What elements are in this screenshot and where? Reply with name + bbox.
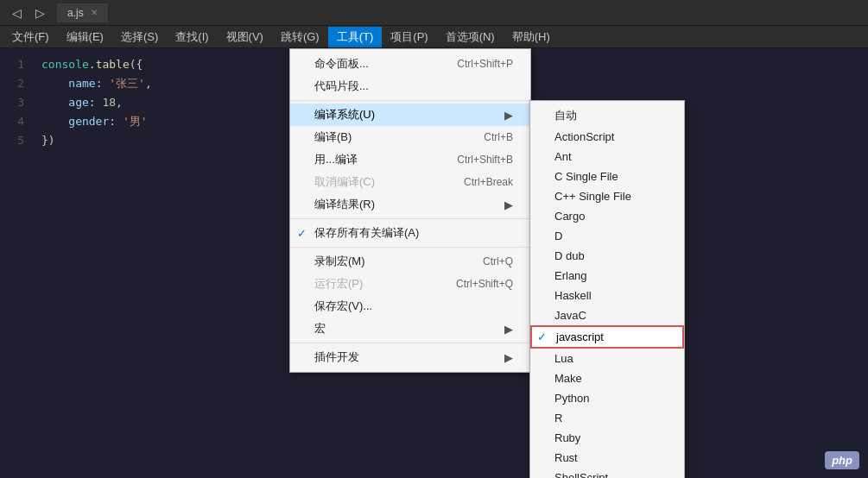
titlebar: ◁ ▷ a.js ✕ <box>0 0 868 26</box>
menu-view[interactable]: 视图(V) <box>218 27 272 47</box>
php-badge: php <box>825 451 859 469</box>
build-auto[interactable]: 自动 <box>530 104 684 127</box>
line-num: 1 <box>10 55 24 74</box>
divider-3 <box>290 247 530 248</box>
nav-prev-icon[interactable]: ◁ <box>7 4 27 22</box>
submenu-arrow-results-icon: ▶ <box>504 198 513 211</box>
build-lua[interactable]: Lua <box>530 349 684 368</box>
menu-select[interactable]: 选择(S) <box>112 27 167 47</box>
divider-4 <box>290 343 530 343</box>
menu-snippets[interactable]: 代码片段... <box>290 75 530 97</box>
menu-file[interactable]: 文件(F) <box>3 27 58 47</box>
build-shellscript[interactable]: ShellScript <box>530 468 684 478</box>
code-editor[interactable]: console.table({ name: '张三', age: 18, gen… <box>31 48 162 478</box>
line-num: 5 <box>10 131 24 150</box>
menu-preferences[interactable]: 首选项(N) <box>437 27 504 47</box>
line-num: 4 <box>10 112 24 131</box>
menu-build[interactable]: 编译(B) Ctrl+B <box>290 126 530 148</box>
menu-save-macro[interactable]: 保存宏(V)... <box>290 295 530 318</box>
menu-plugin-dev[interactable]: 插件开发 ▶ <box>290 346 530 368</box>
nav-arrows: ◁ ▷ <box>7 4 50 22</box>
build-javac[interactable]: JavaC <box>530 305 684 325</box>
menu-cancel-build: 取消编译(C) Ctrl+Break <box>290 171 530 193</box>
menu-save-all-build[interactable]: 保存所有有关编译(A) <box>290 222 530 244</box>
line-num: 2 <box>10 74 24 93</box>
divider-2 <box>290 218 530 219</box>
build-ant[interactable]: Ant <box>530 147 684 167</box>
menu-build-results[interactable]: 编译结果(R) ▶ <box>290 193 530 216</box>
divider-1 <box>290 100 530 101</box>
tab-filename: a.js <box>67 7 84 19</box>
nav-next-icon[interactable]: ▷ <box>30 4 50 22</box>
menu-run-macro: 运行宏(P) Ctrl+Shift+Q <box>290 273 530 295</box>
line-num: 3 <box>10 93 24 112</box>
menu-edit[interactable]: 编辑(E) <box>58 27 112 47</box>
build-make[interactable]: Make <box>530 368 684 388</box>
build-ruby[interactable]: Ruby <box>530 428 684 448</box>
build-system-submenu: 自动 ActionScript Ant C Single File C++ Si… <box>529 100 685 478</box>
menu-build-with[interactable]: 用...编译 Ctrl+Shift+B <box>290 148 530 171</box>
build-erlang[interactable]: Erlang <box>530 266 684 286</box>
submenu-arrow-macro-icon: ▶ <box>504 323 513 336</box>
submenu-arrow-icon: ▶ <box>504 109 513 122</box>
menu-build-system[interactable]: 编译系统(U) ▶ 自动 ActionScript Ant C Single F… <box>290 104 530 126</box>
build-d[interactable]: D <box>530 226 684 246</box>
build-javascript[interactable]: javascript <box>530 325 684 349</box>
build-cargo[interactable]: Cargo <box>530 206 684 226</box>
menu-tools[interactable]: 工具(T) <box>328 27 383 47</box>
menu-find[interactable]: 查找(I) <box>167 27 217 47</box>
editor-tab[interactable]: a.js ✕ <box>57 3 109 22</box>
build-haskell[interactable]: Haskell <box>530 286 684 305</box>
menubar: 文件(F) 编辑(E) 选择(S) 查找(I) 视图(V) 跳转(G) 工具(T… <box>0 26 868 48</box>
menu-cmd-palette[interactable]: 命令面板... Ctrl+Shift+P <box>290 53 530 75</box>
menu-goto[interactable]: 跳转(G) <box>272 27 328 47</box>
build-cpp-single[interactable]: C++ Single File <box>530 186 684 206</box>
build-c-single[interactable]: C Single File <box>530 167 684 186</box>
submenu-arrow-plugin-icon: ▶ <box>504 351 513 364</box>
menu-project[interactable]: 项目(P) <box>382 27 436 47</box>
menu-record-macro[interactable]: 录制宏(M) Ctrl+Q <box>290 250 530 273</box>
tools-dropdown: 命令面板... Ctrl+Shift+P 代码片段... 编译系统(U) ▶ 自… <box>289 48 531 373</box>
build-rust[interactable]: Rust <box>530 448 684 468</box>
menu-macros[interactable]: 宏 ▶ <box>290 318 530 340</box>
build-actionscript[interactable]: ActionScript <box>530 127 684 147</box>
tab-close-icon[interactable]: ✕ <box>91 8 98 17</box>
build-r[interactable]: R <box>530 408 684 428</box>
build-python[interactable]: Python <box>530 388 684 408</box>
tab-bar: a.js ✕ <box>57 3 109 22</box>
build-d-dub[interactable]: D dub <box>530 246 684 266</box>
menu-help[interactable]: 帮助(H) <box>504 27 559 47</box>
line-numbers: 1 2 3 4 5 <box>0 48 31 478</box>
